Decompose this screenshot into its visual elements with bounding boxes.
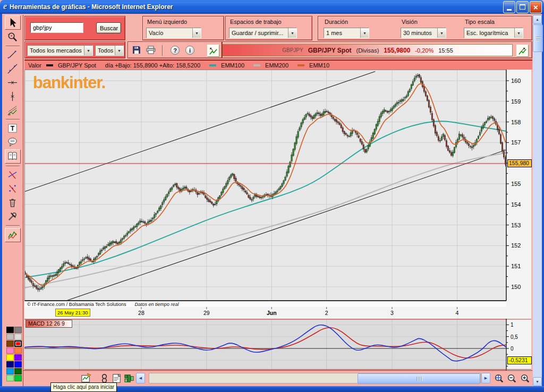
- info-button[interactable]: i: [185, 46, 194, 55]
- page-vscrollbar[interactable]: ▲ ▼: [533, 15, 542, 386]
- actions-panel: ? i ↖: [128, 41, 222, 58]
- svg-text:155: 155: [511, 181, 521, 187]
- chevron-down-icon[interactable]: ▼: [288, 28, 296, 38]
- copyright-text: © IT-Finance.com / Bolsamania Tech Solut…: [27, 302, 126, 307]
- pointer-tool[interactable]: [5, 15, 21, 30]
- close-icon: ×: [533, 3, 538, 11]
- scroll-left-button[interactable]: ◀: [136, 373, 145, 384]
- svg-text:*: *: [14, 49, 16, 55]
- chevron-down-icon[interactable]: ▼: [360, 28, 369, 38]
- erase-line-icon: [7, 169, 18, 181]
- trendline-tool[interactable]: **: [5, 48, 20, 62]
- chart-hscrollbar-thumb[interactable]: [358, 373, 480, 384]
- svg-text:*: *: [9, 68, 11, 74]
- candle-swatch: [46, 64, 53, 66]
- bankinter-logo: bankinter.: [33, 73, 105, 92]
- emm200-swatch: [253, 64, 260, 66]
- indicators-icon: [7, 229, 18, 241]
- erase-line-tool[interactable]: [5, 168, 20, 182]
- legend-series: GBP/JPY Spot: [58, 62, 96, 69]
- realtime-text: Datos en tiempo real: [135, 302, 179, 307]
- left-menu-panel: Menú izquierdo Vacío ▼: [142, 16, 224, 40]
- markets-select[interactable]: Todos los mercados ▼: [27, 45, 93, 56]
- pitchfork-tool[interactable]: [5, 104, 20, 117]
- save-icon[interactable]: [132, 46, 141, 54]
- toolbar-separator: [6, 46, 20, 46]
- svg-text:0,5: 0,5: [511, 334, 518, 340]
- pitchfork-icon: [7, 105, 18, 116]
- palette-color-ff80c0[interactable]: [6, 347, 14, 354]
- search-input[interactable]: [30, 22, 83, 33]
- comment-tool[interactable]: [5, 135, 20, 149]
- duration-select[interactable]: 1 mes ▼: [324, 28, 369, 38]
- zoom-fit-button[interactable]: [493, 372, 505, 385]
- chevron-down-icon[interactable]: ▼: [514, 28, 523, 38]
- columns-button[interactable]: [121, 372, 136, 385]
- previous-chart-button[interactable]: ↖: [207, 45, 219, 57]
- chart-hscrollbar-track[interactable]: [149, 373, 481, 384]
- price-chart[interactable]: 1501511521531541551561571581591602829Jun…: [24, 70, 531, 319]
- search-button[interactable]: Buscar: [96, 22, 121, 33]
- vertical-line-tool[interactable]: [5, 90, 20, 103]
- trendline-icon: **: [7, 49, 18, 61]
- help-button[interactable]: ?: [171, 46, 180, 55]
- scale-type-select[interactable]: Esc. logarítmica ▼: [464, 28, 523, 38]
- trash-icon: [7, 197, 18, 208]
- palette-color-c0c0c0[interactable]: [6, 334, 14, 340]
- markets-panel: Todos los mercados ▼ Todos ▼: [24, 41, 125, 58]
- journal-tool[interactable]: [5, 149, 21, 164]
- palette-color-90ee90[interactable]: [6, 375, 14, 381]
- settings-tool[interactable]: [5, 210, 20, 223]
- next-chart-button[interactable]: ↗: [516, 45, 529, 57]
- palette-color-00c832[interactable]: [14, 375, 22, 381]
- scroll-right-button[interactable]: ▶: [481, 373, 490, 384]
- instruments-select[interactable]: Todos ▼: [95, 45, 124, 56]
- scroll-up-button[interactable]: ▲: [533, 15, 542, 24]
- left-menu-select[interactable]: Vacío ▼: [146, 28, 201, 38]
- chevron-down-icon[interactable]: ▼: [192, 28, 201, 38]
- trendline-extended-tool[interactable]: **: [5, 62, 20, 75]
- palette-color-ffff00[interactable]: [6, 354, 14, 361]
- chevron-down-icon[interactable]: ▼: [84, 46, 92, 55]
- palette-color-8000ff[interactable]: [14, 354, 22, 361]
- zoom-tool[interactable]: +-: [5, 30, 20, 44]
- macd-params-label: MACD 12 26 9: [26, 320, 72, 328]
- indicators-tool[interactable]: [5, 228, 21, 242]
- ticker-bar[interactable]: GBPJPY GBP/JPY Spot (Divisas) 155,9800 -…: [223, 44, 513, 56]
- close-button[interactable]: ×: [530, 1, 542, 13]
- minimize-button[interactable]: [503, 1, 515, 13]
- legend-emm200: EMM200: [265, 62, 288, 69]
- chevron-down-icon[interactable]: ▼: [437, 28, 446, 38]
- restore-button[interactable]: [516, 1, 529, 13]
- palette-color-000080[interactable]: [6, 361, 14, 368]
- vision-select[interactable]: 30 minutos ▼: [401, 28, 446, 38]
- scroll-down-button[interactable]: ▼: [533, 377, 542, 386]
- print-icon[interactable]: [146, 46, 156, 54]
- palette-color-ff8040[interactable]: [14, 347, 22, 354]
- palette-color-00a0e8[interactable]: [6, 368, 14, 374]
- workspaces-select[interactable]: Guardar / suprimir... ▼: [229, 28, 297, 38]
- palette-color-0000ff[interactable]: [14, 361, 22, 368]
- palette-color-006400[interactable]: [14, 368, 22, 374]
- window-border-right: [542, 14, 544, 387]
- trash-tool[interactable]: [5, 196, 20, 209]
- vertical-line-icon: [7, 91, 18, 102]
- zoom-out-button[interactable]: [506, 372, 517, 385]
- text-tool[interactable]: T: [5, 122, 20, 135]
- chevron-down-icon[interactable]: ▼: [115, 46, 123, 55]
- horizontal-line-tool[interactable]: [5, 76, 20, 89]
- erase-points-tool[interactable]: [5, 182, 20, 195]
- macd-chart[interactable]: 10,50: [24, 319, 531, 370]
- toolbar-separator: [162, 45, 163, 56]
- palette-color-808080[interactable]: [14, 327, 22, 333]
- duration-label: Duración: [325, 19, 348, 25]
- palette-color-ff0000[interactable]: [14, 340, 22, 347]
- settings-icon: [7, 211, 18, 222]
- palette-color-dcdcdc[interactable]: [14, 334, 22, 340]
- palette-color-804000[interactable]: [6, 340, 14, 347]
- arrow-down-icon: ▼: [536, 380, 539, 384]
- palette-color-000000[interactable]: [6, 327, 14, 333]
- legend-range: día +Bajo: 155,8900 +Alto: 158,5200: [105, 62, 200, 69]
- page-vscrollbar-thumb[interactable]: [533, 24, 543, 52]
- zoom-in-button[interactable]: [519, 372, 531, 385]
